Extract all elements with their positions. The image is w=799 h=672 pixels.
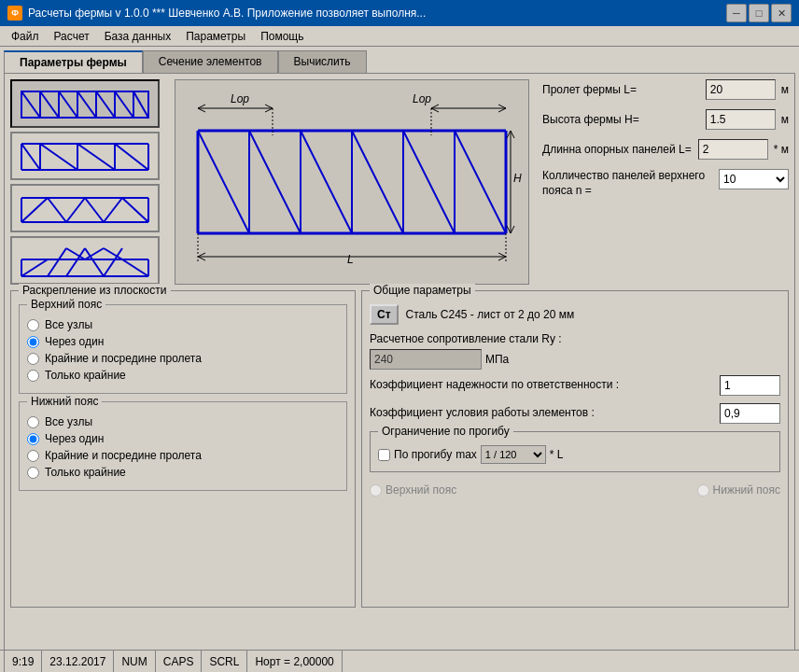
svg-line-32 bbox=[66, 198, 85, 222]
top-content-row: Lop Lop bbox=[10, 79, 789, 285]
panel-input[interactable] bbox=[698, 139, 768, 160]
upper-every-other-radio[interactable] bbox=[27, 336, 39, 348]
lower-chord-select-radio bbox=[697, 484, 709, 497]
truss-type-4-svg bbox=[20, 241, 150, 280]
truss-type-1-button[interactable] bbox=[10, 79, 160, 128]
svg-line-87 bbox=[498, 253, 506, 257]
tab-params[interactable]: Параметры фермы bbox=[4, 50, 143, 73]
close-button[interactable]: ✕ bbox=[771, 4, 792, 22]
panels-count-label: Колличество панелей верхнего пояса n = bbox=[542, 169, 715, 198]
svg-line-88 bbox=[498, 257, 506, 260]
svg-line-54 bbox=[198, 108, 205, 112]
title-bar: Ф Расчеты фермы v 1.0.0 *** Шевченко А.В… bbox=[0, 0, 799, 26]
svg-line-55 bbox=[265, 105, 273, 108]
deflection-group: Ограничение по прогибу По прогибу max 1 … bbox=[370, 431, 780, 472]
upper-all-nodes-radio[interactable] bbox=[27, 319, 39, 331]
steel-type-button[interactable]: Ст bbox=[370, 304, 399, 325]
tab-compute[interactable]: Вычислить bbox=[278, 50, 367, 73]
height-param-row: Высота фермы H= м bbox=[542, 109, 789, 130]
svg-line-75 bbox=[403, 131, 455, 233]
upper-chord-group: Верхний пояс Все узлы Через один Крайние… bbox=[19, 304, 347, 394]
svg-line-73 bbox=[301, 131, 352, 233]
upper-all-nodes-label: Все узлы bbox=[45, 318, 92, 331]
deflection-checkbox-label: По прогибу bbox=[394, 448, 452, 461]
lower-extreme-mid-label: Крайние и посредине пролета bbox=[45, 449, 202, 462]
svg-line-56 bbox=[265, 108, 273, 112]
upper-every-other-row: Через один bbox=[27, 335, 339, 348]
svg-line-74 bbox=[352, 131, 403, 233]
lower-extreme-only-row: Только крайние bbox=[27, 466, 339, 479]
svg-text:H: H bbox=[513, 172, 522, 185]
raskrip-panel: Раскрепление из плоскости Верхний пояс В… bbox=[10, 290, 356, 608]
reliability-label: Коэффициент надежности по ответственност… bbox=[370, 378, 720, 393]
truss-type-panel bbox=[10, 79, 169, 285]
svg-line-35 bbox=[21, 198, 48, 222]
span-unit: м bbox=[781, 83, 789, 96]
truss-type-4-button[interactable] bbox=[10, 236, 160, 285]
deflection-dropdown[interactable]: 1 / 120 1 / 150 1 / 200 1 / 250 bbox=[481, 445, 546, 464]
upper-extreme-only-label: Только крайние bbox=[45, 369, 126, 382]
lower-all-nodes-label: Все узлы bbox=[45, 415, 92, 428]
params-panel: Пролет фермы L= м Высота фермы H= м Длин… bbox=[535, 79, 789, 285]
general-params-panel: Общие параметры Ст Сталь С245 - лист от … bbox=[361, 290, 789, 608]
menu-file[interactable]: Файл bbox=[4, 28, 47, 45]
status-date: 23.12.2017 bbox=[42, 651, 114, 672]
work-coeff-label: Коэффициент условия работы элементов : bbox=[370, 406, 720, 421]
panel-label: Длинна опорных панелей L= bbox=[542, 143, 694, 156]
tab-bar: Параметры фермы Сечение элементов Вычисл… bbox=[4, 50, 795, 73]
lower-extreme-mid-radio[interactable] bbox=[27, 450, 39, 462]
resistance-label: Расчетное сопротивление стали Ry : bbox=[370, 332, 780, 345]
svg-line-82 bbox=[511, 226, 514, 233]
height-input[interactable] bbox=[706, 109, 776, 130]
truss-type-3-button[interactable] bbox=[10, 184, 160, 232]
panels-count-row: Колличество панелей верхнего пояса n = 1… bbox=[542, 169, 789, 198]
lower-chord-group: Нижний пояс Все узлы Через один Крайние … bbox=[19, 401, 347, 491]
svg-line-79 bbox=[507, 131, 511, 138]
minimize-button[interactable]: ─ bbox=[726, 4, 747, 22]
lower-chord-radio-row: Нижний пояс bbox=[697, 483, 780, 497]
status-scrl: SCRL bbox=[202, 651, 247, 672]
lower-extreme-mid-row: Крайние и посредине пролета bbox=[27, 449, 339, 462]
truss-type-2-button[interactable] bbox=[10, 132, 160, 180]
upper-all-nodes-row: Все узлы bbox=[27, 318, 339, 331]
svg-line-11 bbox=[59, 91, 77, 118]
menu-db[interactable]: База данных bbox=[97, 28, 178, 45]
lower-all-nodes-radio[interactable] bbox=[27, 416, 39, 428]
menu-bar: Файл Расчет База данных Параметры Помощь bbox=[0, 26, 799, 47]
upper-extreme-only-radio[interactable] bbox=[27, 370, 39, 382]
steel-desc-label: Сталь С245 - лист от 2 до 20 мм bbox=[406, 308, 575, 321]
panel-unit: * м bbox=[774, 143, 789, 156]
upper-chord-title: Верхний пояс bbox=[27, 298, 105, 311]
svg-line-25 bbox=[115, 144, 148, 170]
upper-extreme-mid-radio[interactable] bbox=[27, 353, 39, 365]
lower-all-nodes-row: Все узлы bbox=[27, 415, 339, 428]
menu-help[interactable]: Помощь bbox=[253, 28, 311, 45]
deflection-max-label: max bbox=[456, 448, 477, 461]
chord-selection-row: Верхний пояс Нижний пояс bbox=[370, 480, 780, 497]
lower-every-other-radio[interactable] bbox=[27, 433, 39, 445]
menu-calc[interactable]: Расчет bbox=[47, 28, 97, 45]
lower-extreme-only-label: Только крайние bbox=[45, 466, 126, 479]
svg-line-31 bbox=[48, 198, 66, 222]
work-coeff-input[interactable] bbox=[720, 403, 780, 424]
deflection-title: Ограничение по прогибу bbox=[378, 425, 513, 438]
upper-chord-radio-row: Верхний пояс bbox=[370, 483, 456, 497]
maximize-button[interactable]: □ bbox=[749, 4, 769, 22]
resistance-input[interactable] bbox=[370, 349, 482, 370]
deflection-row: По прогибу max 1 / 120 1 / 150 1 / 200 1… bbox=[378, 445, 772, 464]
raskrip-title: Раскрепление из плоскости bbox=[19, 284, 171, 297]
deflection-checkbox[interactable] bbox=[378, 449, 390, 461]
panels-count-dropdown[interactable]: 10 8 12 6 bbox=[719, 169, 789, 189]
reliability-row: Коэффициент надежности по ответственност… bbox=[370, 375, 780, 396]
upper-every-other-label: Через один bbox=[45, 335, 104, 348]
svg-line-33 bbox=[85, 198, 104, 222]
svg-line-85 bbox=[198, 253, 205, 257]
lower-chord-title: Нижний пояс bbox=[27, 395, 102, 408]
menu-params[interactable]: Параметры bbox=[178, 28, 253, 45]
svg-line-58 bbox=[431, 105, 439, 108]
tab-sections[interactable]: Сечение элементов bbox=[143, 50, 278, 73]
reliability-input[interactable] bbox=[720, 375, 780, 396]
lower-extreme-only-radio[interactable] bbox=[27, 467, 39, 479]
span-input[interactable] bbox=[706, 79, 776, 100]
svg-text:Lop: Lop bbox=[413, 92, 431, 105]
